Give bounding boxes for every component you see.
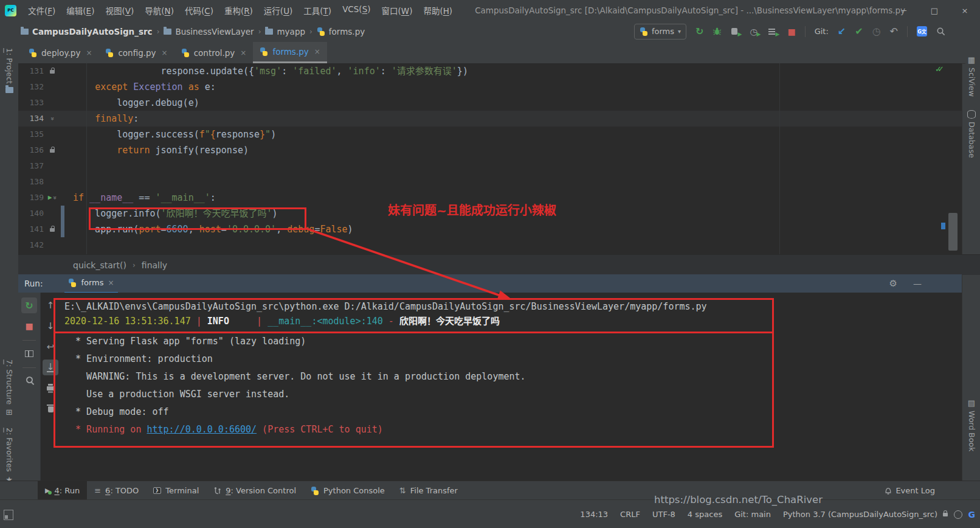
fold-icon[interactable]: » <box>47 196 63 200</box>
code-line[interactable]: 137 <box>18 158 962 174</box>
coverage-icon[interactable]: ▶ <box>731 27 740 36</box>
run-with-settings-icon[interactable]: ▶ <box>768 27 778 36</box>
update-project-icon[interactable]: ↙ <box>838 27 846 36</box>
breadcrumb-item[interactable]: BusinessViewLayer <box>164 27 254 36</box>
up-stack-trace-icon[interactable]: ↑ <box>43 297 58 313</box>
console-link[interactable]: http://0.0.0.0:6600/ <box>147 424 257 435</box>
menu-item[interactable]: 编辑(E) <box>61 4 100 16</box>
stripe-item-1-project[interactable]: 1: Project <box>5 48 14 93</box>
editor[interactable]: 131 response.update({'msg': 'failed', 'i… <box>18 63 962 254</box>
tool-window-label: Terminal <box>165 486 199 495</box>
status-item[interactable]: Python 3.7 (CampusDailyAutoSign_src) <box>783 510 937 519</box>
tool-window-button-file-transfer[interactable]: ⇅File Transfer <box>392 481 465 500</box>
down-stack-trace-icon[interactable]: ↓ <box>43 318 58 334</box>
editor-tab-config.py[interactable]: config.py× <box>98 42 174 63</box>
folder-icon <box>21 29 29 35</box>
stripe-item-7-structure[interactable]: 7: Structure⊞ <box>5 360 14 417</box>
restore-layout-icon[interactable] <box>21 346 37 361</box>
menu-item[interactable]: 导航(N) <box>139 4 179 16</box>
menu-item[interactable]: 文件(F) <box>22 4 61 16</box>
rerun-icon[interactable]: ↻ <box>21 297 37 313</box>
soft-wrap-icon[interactable]: ↩ <box>43 339 58 355</box>
close-icon[interactable]: × <box>162 49 168 57</box>
stripe-item-2-favorites[interactable]: 2: Favorites★ <box>5 428 14 484</box>
code-line[interactable]: 138 <box>18 174 962 190</box>
stripe-item-database[interactable]: Database <box>967 110 976 158</box>
editor-tab-control.py[interactable]: control.py× <box>174 42 254 63</box>
menu-item[interactable]: 重构(R) <box>219 4 258 16</box>
stripe-item-word-book[interactable]: ▤Word Book <box>967 398 976 451</box>
rollback-icon[interactable]: ↶ <box>890 27 898 36</box>
maximize-button[interactable]: □ <box>919 0 950 21</box>
gear-icon[interactable]: ⚙ <box>889 278 897 289</box>
breadcrumb-block[interactable]: finally <box>142 260 167 270</box>
menu-item[interactable]: 视图(V) <box>100 4 139 16</box>
tool-window-button-terminal[interactable]: ❯Terminal <box>146 481 206 500</box>
close-icon[interactable]: × <box>86 49 92 57</box>
scroll-to-end-icon[interactable]: ↓ <box>43 360 58 375</box>
translate-icon[interactable]: G文 <box>917 26 927 36</box>
close-icon[interactable]: × <box>314 47 320 56</box>
status-item[interactable]: Git: main <box>734 510 771 519</box>
minimize-button[interactable]: ─ <box>889 0 919 21</box>
close-icon[interactable]: × <box>108 279 114 287</box>
tool-window-button-9-version-control[interactable]: 9: Version Control <box>206 481 303 500</box>
status-item[interactable]: 134:13 <box>580 510 608 519</box>
status-item[interactable]: UTF-8 <box>652 510 675 519</box>
commit-icon[interactable]: ✔ <box>855 27 863 36</box>
run-configuration-select[interactable]: forms ▾ <box>634 24 686 40</box>
profiler-icon[interactable]: ◷▶ <box>750 27 759 36</box>
menu-item[interactable]: 运行(U) <box>258 4 298 16</box>
stripe-item-sciview[interactable]: ▦SciView <box>967 55 976 97</box>
tool-window-button-4-run[interactable]: ▶4: Run <box>38 481 87 500</box>
code-line[interactable]: 133 logger.debug(e) <box>18 95 962 111</box>
run-icon: ▶ <box>45 487 50 495</box>
google-icon[interactable]: G <box>968 510 976 519</box>
breadcrumb-item[interactable]: CampusDailyAutoSign_src <box>21 27 153 36</box>
menu-item[interactable]: VCS(S) <box>337 4 376 16</box>
editor-tab-forms.py[interactable]: forms.py× <box>253 42 326 63</box>
breadcrumb-item[interactable]: myapp <box>265 27 305 36</box>
code-line[interactable]: 136 return jsonify(response) <box>18 142 962 158</box>
stripe-label: SciView <box>967 68 976 97</box>
code-line[interactable]: 132 except Exception as e: <box>18 79 962 95</box>
pin-icon[interactable] <box>21 373 37 389</box>
print-icon[interactable] <box>43 380 58 396</box>
menu-item[interactable]: 窗口(W) <box>376 4 418 16</box>
inspections-ok-icon[interactable]: ✓✓ <box>935 64 940 74</box>
status-item[interactable]: CRLF <box>620 510 640 519</box>
clear-console-icon[interactable] <box>43 401 58 417</box>
status-item[interactable]: 4 spaces <box>688 510 722 519</box>
close-icon[interactable]: × <box>240 49 246 57</box>
menu-item[interactable]: 工具(T) <box>298 4 337 16</box>
database-icon <box>967 110 976 119</box>
code-line[interactable]: 131 response.update({'msg': 'failed', 'i… <box>18 63 962 79</box>
code-line[interactable]: 142 <box>18 237 962 253</box>
code-line[interactable]: 141 app.run(port=6600, host='0.0.0.0', d… <box>18 221 962 237</box>
editor-tab-deploy.py[interactable]: deploy.py× <box>22 42 98 63</box>
tool-window-button-python-console[interactable]: Python Console <box>303 481 392 500</box>
lock-icon[interactable] <box>943 513 948 516</box>
tool-window-button-6-todo[interactable]: ≡6: TODO <box>87 481 146 500</box>
book-icon: ▤ <box>968 398 975 408</box>
rerun-icon[interactable]: ↻ <box>695 27 703 36</box>
history-icon[interactable]: ◷ <box>872 27 881 36</box>
stop-icon[interactable]: ■ <box>21 318 37 334</box>
tool-window-switcher-icon[interactable] <box>4 510 13 520</box>
code-line[interactable]: 135 logger.success(f"{response}") <box>18 127 962 142</box>
debug-icon[interactable] <box>713 27 722 36</box>
menu-item[interactable]: 帮助(H) <box>418 4 458 16</box>
code-line[interactable]: 134» finally: <box>18 111 962 127</box>
close-button[interactable]: × <box>950 0 980 21</box>
stop-icon[interactable]: ■ <box>787 27 795 36</box>
fold-icon[interactable]: » <box>44 117 60 120</box>
highlighting-level-icon[interactable] <box>954 510 962 519</box>
minimize-icon[interactable]: — <box>913 279 922 288</box>
breadcrumb-item[interactable]: forms.py <box>317 27 365 36</box>
run-tab[interactable]: forms × <box>64 274 117 294</box>
event-log-button[interactable]: Event Log <box>885 486 935 495</box>
menu-item[interactable]: 代码(C) <box>179 4 219 16</box>
search-icon[interactable] <box>936 27 946 36</box>
editor-scrollbar[interactable] <box>948 213 958 251</box>
breadcrumb-method[interactable]: quick_start() <box>73 260 126 270</box>
